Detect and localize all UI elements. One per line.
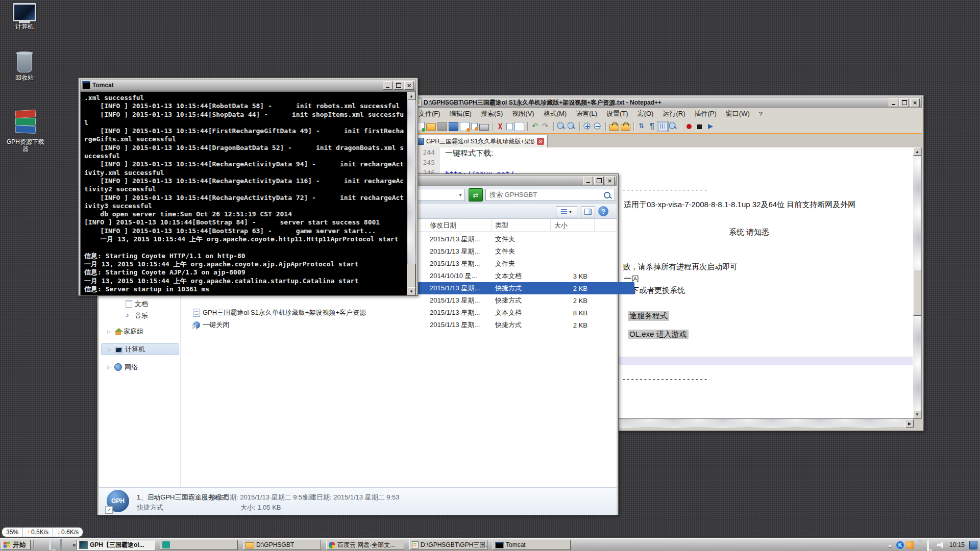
indent-guide-icon[interactable] xyxy=(658,122,668,131)
close-button[interactable]: × xyxy=(605,177,615,185)
minimize-button[interactable] xyxy=(383,81,393,90)
zoom-in-icon[interactable] xyxy=(583,122,592,131)
maximize-button[interactable] xyxy=(594,177,604,185)
menu-item[interactable]: 运行(R) xyxy=(658,108,690,119)
tomcat-titlebar[interactable]: Tomcat × xyxy=(80,80,416,91)
open-file-icon[interactable] xyxy=(426,123,436,131)
desktop-icon-gph-downloader[interactable]: GPH资源下载器 xyxy=(3,109,48,153)
word-wrap-icon[interactable] xyxy=(638,122,646,131)
file-date: 2014/10/10 星... xyxy=(426,271,492,281)
refresh-button[interactable]: ⇄ xyxy=(469,188,483,202)
replace-icon[interactable] xyxy=(568,122,576,131)
taskbar-button-icon xyxy=(246,542,254,548)
show-desktop-icon[interactable] xyxy=(60,540,69,549)
console-vertical-scrollbar[interactable]: ▲ ▼ xyxy=(407,92,415,295)
notepadpp-titlebar[interactable]: D:\GPHSGBT\GPH三国霸途ol S1永久单机珍藏版+架设视频+客户资源… xyxy=(412,97,922,108)
help-button[interactable]: ? xyxy=(598,206,608,216)
file-row[interactable]: 一键关闭 2015/1/13 星期... 快捷方式 2 KB xyxy=(181,319,617,331)
clock[interactable]: 10:15 xyxy=(947,541,967,548)
menu-item[interactable]: ? xyxy=(754,109,767,119)
nav-item[interactable]: ▷ 网络 xyxy=(101,362,179,372)
expand-arrow-icon[interactable]: ▷ xyxy=(107,365,111,370)
menu-item[interactable]: 窗口(W) xyxy=(721,108,754,119)
taskbar-button[interactable]: GPH【三国霸途ol... xyxy=(77,540,155,550)
undo-icon[interactable] xyxy=(531,122,540,131)
address-dropdown-icon[interactable]: ▼ xyxy=(456,189,464,201)
close-button[interactable]: × xyxy=(404,81,414,90)
menu-item[interactable]: 设置(T) xyxy=(602,108,633,119)
file-row[interactable]: GPH三国霸途ol S1永久单机珍藏版+架设视频+客户资源 2015/1/13 … xyxy=(181,307,617,319)
maximize-button[interactable] xyxy=(899,98,909,107)
nav-item[interactable]: 音乐 xyxy=(101,310,179,321)
menu-item[interactable]: 编辑(E) xyxy=(445,108,476,119)
minimize-button[interactable] xyxy=(583,177,593,185)
network-monitor-widget[interactable]: 35% ↑0.5K/s ↓0.6K/s xyxy=(1,527,84,538)
taskbar-button[interactable] xyxy=(160,540,238,550)
search-icon[interactable] xyxy=(604,192,610,198)
close-all-icon[interactable] xyxy=(471,123,478,130)
my-computer-icon[interactable] xyxy=(49,540,58,549)
close-button[interactable]: × xyxy=(910,98,920,107)
change-view-button[interactable]: ▼ xyxy=(556,206,577,217)
maximize-button[interactable] xyxy=(394,81,403,90)
menu-item[interactable]: 语言(L) xyxy=(571,108,602,119)
play-macro-icon[interactable] xyxy=(705,122,714,131)
show-hidden-icons-icon[interactable]: ▲ xyxy=(886,541,894,549)
nav-item[interactable]: 文档 xyxy=(101,298,179,309)
minimize-button[interactable] xyxy=(889,98,898,107)
document-map-icon[interactable] xyxy=(669,122,678,131)
cut-icon[interactable] xyxy=(496,122,505,131)
menu-item[interactable]: 文件(F) xyxy=(414,108,445,119)
console-output[interactable]: .xml successful [INFO ] 2015-01-13 10:15… xyxy=(80,91,416,296)
menu-item[interactable]: 搜索(S) xyxy=(476,108,507,119)
kingsoft-tray-icon[interactable]: K xyxy=(896,541,904,549)
column-header-date[interactable]: 修改日期 xyxy=(426,219,492,231)
search-input[interactable]: 搜索 GPHSGBT xyxy=(485,189,615,201)
menu-item[interactable]: 视图(V) xyxy=(507,108,538,119)
desktop-icon-recycle-bin[interactable]: 回收站 xyxy=(3,53,46,81)
sync-horizontal-scroll-icon[interactable] xyxy=(621,124,630,131)
volume-tray-icon[interactable] xyxy=(937,541,945,549)
nav-item[interactable]: ▷ 计算机 xyxy=(101,343,179,355)
taskbar-button[interactable]: D:\GPHSGBT xyxy=(243,540,321,550)
sync-vertical-scroll-icon[interactable] xyxy=(609,124,619,131)
taskbar-button[interactable]: Tomcat xyxy=(493,540,571,550)
taskbar-button[interactable]: 百度云 网盘-全部文... xyxy=(326,540,404,550)
menu-item[interactable]: 格式(M) xyxy=(539,108,572,119)
show-desktop-toggle[interactable] xyxy=(969,541,977,549)
show-all-characters-icon[interactable] xyxy=(648,122,656,131)
close-file-icon[interactable] xyxy=(460,122,470,131)
save-icon[interactable] xyxy=(437,122,447,131)
zoom-out-icon[interactable] xyxy=(594,122,602,131)
paste-icon[interactable] xyxy=(514,122,524,131)
start-label: 开始 xyxy=(13,540,26,549)
menu-item[interactable]: 插件(P) xyxy=(690,108,721,119)
copy-icon[interactable] xyxy=(506,123,513,130)
column-header-type[interactable]: 类型 xyxy=(492,219,551,231)
stop-macro-icon[interactable] xyxy=(695,122,704,131)
menu-item[interactable]: 宏(O) xyxy=(633,108,658,119)
preview-pane-icon xyxy=(584,209,592,215)
expand-arrow-icon[interactable]: ▷ xyxy=(108,347,111,352)
desktop-icon-computer[interactable]: 计算机 xyxy=(3,3,46,30)
preview-pane-button[interactable] xyxy=(581,206,595,217)
nav-item[interactable]: ▷ 家庭组 xyxy=(101,326,179,337)
editor-vertical-scrollbar[interactable]: ▲ ▼ xyxy=(913,147,921,418)
redo-icon[interactable] xyxy=(542,122,550,131)
save-all-icon[interactable] xyxy=(449,122,458,131)
security-tray-icon[interactable] xyxy=(906,541,914,549)
file-row[interactable]: 2015/1/13 星期... 快捷方式 2 KB xyxy=(181,294,617,307)
start-button[interactable]: 开始 xyxy=(1,540,31,550)
document-tab[interactable]: GPH三国霸途ol S1永久单机珍藏版+架设视频+客户资源.txt ✕ xyxy=(413,135,548,147)
record-macro-icon[interactable] xyxy=(685,122,694,131)
column-header-size[interactable]: 大小 xyxy=(551,219,595,231)
taskbar-button[interactable]: D:\GPHSGBT\GPH三国... xyxy=(409,540,487,550)
network-tray-icon[interactable] xyxy=(927,541,935,549)
usb-tray-icon[interactable] xyxy=(917,541,924,549)
tab-close-icon[interactable]: ✕ xyxy=(537,138,544,145)
expand-arrow-icon[interactable]: ▷ xyxy=(107,329,111,334)
print-icon[interactable] xyxy=(479,124,489,131)
media-player-icon[interactable] xyxy=(38,540,47,549)
find-icon[interactable] xyxy=(557,122,566,131)
quick-launch-overflow-icon[interactable]: » xyxy=(72,541,76,548)
